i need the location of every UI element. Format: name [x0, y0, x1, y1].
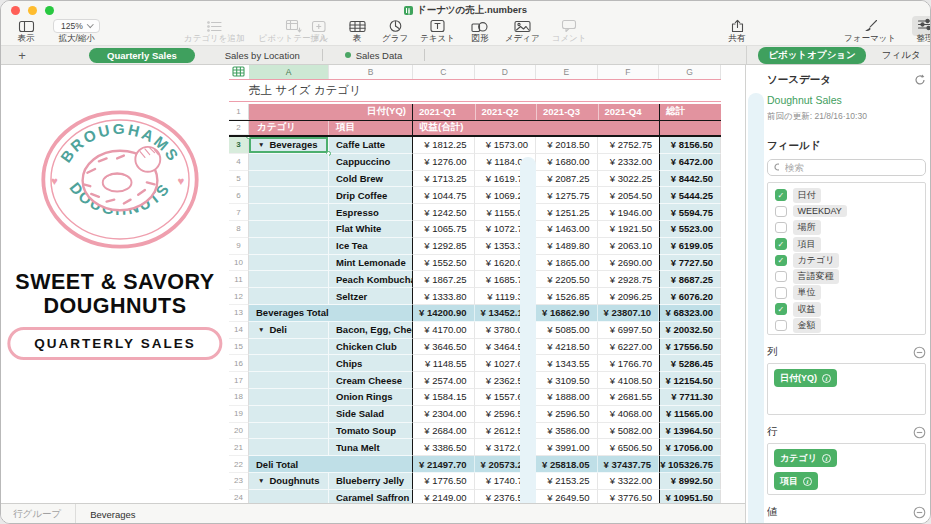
row-total-cell[interactable]: ¥ 7711.30 — [659, 389, 721, 406]
value-cell[interactable]: ¥ 4108.50 — [598, 372, 660, 389]
value-cell[interactable]: ¥ 3991.00 — [536, 439, 598, 456]
info-icon[interactable]: i — [822, 454, 831, 463]
value-cell[interactable]: ¥ 2332.00 — [598, 154, 660, 171]
row-number[interactable]: 14 — [229, 322, 249, 339]
item-cell[interactable]: Side Salad — [329, 406, 413, 423]
value-cell[interactable]: ¥ 2054.50 — [598, 187, 660, 204]
row-total-cell[interactable]: ¥ 6472.00 — [659, 154, 721, 171]
category-cell[interactable] — [249, 423, 329, 440]
row-number[interactable]: 17 — [229, 372, 249, 389]
category-cell[interactable] — [249, 339, 329, 356]
row-total-cell[interactable]: ¥ 5286.45 — [659, 355, 721, 372]
item-cell[interactable]: Flat White — [329, 221, 413, 238]
value-cell[interactable]: ¥ 2684.00 — [413, 423, 475, 440]
field-row[interactable]: 言語変種 — [768, 268, 925, 284]
value-cell[interactable]: ¥ 1680.00 — [536, 154, 598, 171]
category-cell[interactable] — [249, 439, 329, 456]
category-cell[interactable] — [249, 389, 329, 406]
quarter-header-cell[interactable]: 2021-Q4 — [598, 104, 660, 120]
field-checkbox[interactable] — [775, 271, 787, 283]
row-total-cell[interactable]: ¥ 5594.75 — [659, 204, 721, 221]
quarter-header-cell[interactable]: 2021-Q1 — [413, 104, 475, 120]
row-number[interactable]: 16 — [229, 355, 249, 372]
date-header-cell[interactable]: 日付(YQ) — [249, 104, 413, 120]
row-total-cell[interactable]: ¥ 8442.50 — [659, 171, 721, 188]
value-cell[interactable]: ¥ 2752.75 — [598, 137, 660, 154]
row-total-cell[interactable]: ¥ 105326.75 — [659, 456, 721, 473]
row-total-cell[interactable]: ¥ 12154.50 — [659, 372, 721, 389]
value-cell[interactable]: ¥ 1463.00 — [536, 221, 598, 238]
remove-zone-icon[interactable] — [913, 346, 926, 359]
value-cell[interactable]: ¥ 1776.50 — [413, 473, 475, 490]
sheet-tab[interactable]: Sales by Location — [203, 46, 322, 64]
value-cell[interactable]: ¥ 2928.75 — [598, 271, 660, 288]
category-cell[interactable] — [249, 154, 329, 171]
value-cell[interactable]: ¥ 1552.50 — [413, 255, 475, 272]
total-label-cell[interactable]: Deli Total — [249, 456, 413, 473]
sheet-artwork[interactable]: BROUGHAMS DOUGHNUTS ♥ ♥ — [1, 65, 229, 503]
field-checkbox[interactable] — [775, 222, 787, 234]
value-cell[interactable]: ¥ 1867.25 — [413, 271, 475, 288]
row-number[interactable]: 9 — [229, 238, 249, 255]
value-cell[interactable]: ¥ 3646.50 — [413, 339, 475, 356]
row-total-cell[interactable]: ¥ 17056.00 — [659, 439, 721, 456]
value-cell[interactable]: ¥ 2304.00 — [413, 406, 475, 423]
value-cell[interactable]: ¥ 1812.25 — [413, 137, 475, 154]
item-cell[interactable]: Seltzer — [329, 288, 413, 305]
field-row[interactable]: 場所 — [768, 220, 925, 236]
zone-pill[interactable]: 日付(YQ)i — [774, 369, 837, 387]
field-checkbox[interactable] — [775, 287, 787, 299]
field-checkbox[interactable]: ✓ — [775, 238, 787, 250]
value-cell[interactable]: ¥ 1148.55 — [413, 355, 475, 372]
item-cell[interactable]: Caramel Saffron — [329, 490, 413, 503]
value-cell[interactable]: ¥ 2681.55 — [598, 389, 660, 406]
row-number[interactable]: 3 — [229, 137, 249, 154]
row-number[interactable]: 21 — [229, 439, 249, 456]
insert-button[interactable]: 挿入 — [306, 19, 332, 43]
item-cell[interactable]: Chips — [329, 355, 413, 372]
row-total-cell[interactable]: ¥ 7727.50 — [659, 255, 721, 272]
row-total-cell[interactable]: ¥ 8687.25 — [659, 271, 721, 288]
refresh-icon[interactable] — [914, 74, 926, 86]
zone-box[interactable]: カテゴリi項目i — [767, 443, 926, 495]
column-letter-A[interactable]: A — [249, 65, 329, 79]
value-cell[interactable]: ¥ 1276.00 — [413, 154, 475, 171]
column-letter-E[interactable]: E — [536, 65, 598, 79]
chart-button[interactable]: グラフ — [382, 19, 408, 43]
category-cell[interactable] — [249, 355, 329, 372]
field-checkbox[interactable] — [775, 320, 787, 332]
category-cell[interactable] — [249, 187, 329, 204]
item-cell[interactable]: Cold Brew — [329, 171, 413, 188]
item-cell[interactable]: Onion Rings — [329, 389, 413, 406]
item-cell[interactable]: Caffe Latte — [329, 137, 413, 154]
row-total-cell[interactable]: ¥ 8156.50 — [659, 137, 721, 154]
value-cell[interactable]: ¥ 3586.00 — [536, 423, 598, 440]
value-cell[interactable]: ¥ 4068.00 — [598, 406, 660, 423]
value-cell[interactable]: ¥ 1343.55 — [536, 355, 598, 372]
share-button[interactable]: 共有 — [724, 19, 750, 43]
row-total-cell[interactable]: ¥ 68323.00 — [659, 305, 721, 322]
value-cell[interactable]: ¥ 25818.05 — [536, 456, 598, 473]
row-total-cell[interactable]: ¥ 8992.50 — [659, 473, 721, 490]
info-icon[interactable]: i — [803, 477, 812, 486]
shape-button[interactable]: 図形 — [467, 19, 493, 43]
column-letter-F[interactable]: F — [598, 65, 660, 79]
value-cell[interactable]: ¥ 2690.00 — [598, 255, 660, 272]
row-number[interactable]: 15 — [229, 339, 249, 356]
format-button[interactable]: フォーマット — [844, 19, 896, 43]
row-number[interactable]: 12 — [229, 288, 249, 305]
field-row[interactable]: 単位 — [768, 285, 925, 301]
value-cell[interactable]: ¥ 2149.00 — [413, 490, 475, 503]
value-cell[interactable]: ¥ 23807.10 — [598, 305, 660, 322]
row-number[interactable]: 6 — [229, 187, 249, 204]
category-cell[interactable] — [249, 221, 329, 238]
value-cell[interactable]: ¥ 1242.50 — [413, 204, 475, 221]
value-cell[interactable]: ¥ 1044.75 — [413, 187, 475, 204]
row-number[interactable]: 1 — [229, 104, 249, 120]
row-number[interactable]: 19 — [229, 406, 249, 423]
column-letter-G[interactable]: G — [659, 65, 721, 79]
value-cell[interactable]: ¥ 1573.00 — [475, 137, 537, 154]
add-sheet-button[interactable]: + — [11, 46, 33, 64]
value-cell[interactable]: ¥ 6997.50 — [598, 322, 660, 339]
value-cell[interactable]: ¥ 2063.10 — [598, 238, 660, 255]
